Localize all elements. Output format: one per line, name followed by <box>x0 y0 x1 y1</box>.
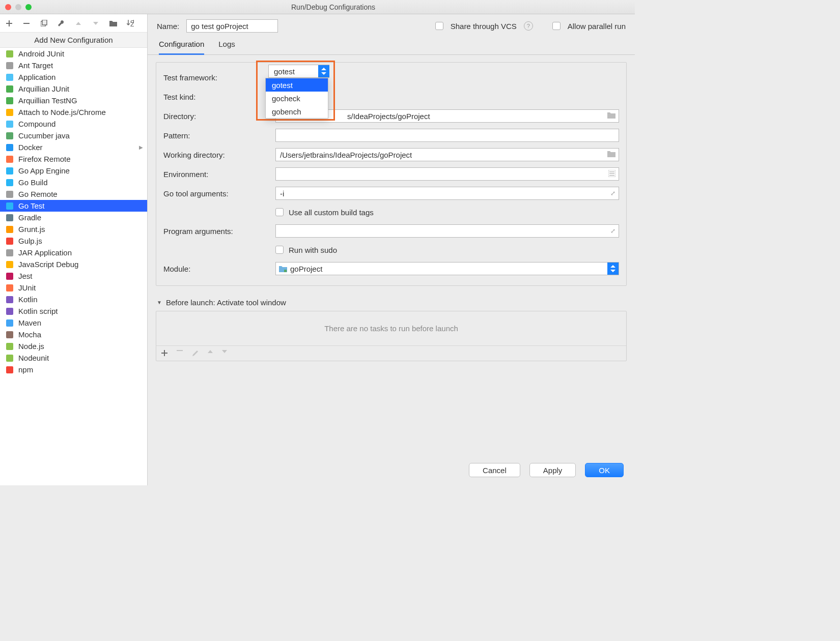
list-icon[interactable] <box>608 170 615 177</box>
sidebar-item[interactable]: Kotlin script <box>0 305 147 317</box>
tab-logs[interactable]: Logs <box>218 40 235 54</box>
sidebar-item[interactable]: Compound <box>0 118 147 130</box>
sidebar-item[interactable]: Cucumber java <box>0 130 147 141</box>
sidebar-item[interactable]: Go Build <box>0 177 147 188</box>
browse-icon[interactable] <box>607 151 615 157</box>
dropdown-option-gocheck[interactable]: gocheck <box>266 92 328 105</box>
add-icon[interactable] <box>5 19 13 27</box>
config-type-icon <box>5 202 14 210</box>
sidebar-item[interactable]: Ant Target <box>0 60 147 71</box>
copy-icon[interactable] <box>40 19 48 27</box>
config-type-icon <box>5 73 14 81</box>
name-label: Name: <box>157 22 179 31</box>
down-task-icon <box>222 350 227 357</box>
svg-rect-39 <box>284 270 287 272</box>
svg-rect-28 <box>6 296 13 303</box>
pattern-input[interactable] <box>275 129 619 142</box>
module-label: Module: <box>163 265 275 273</box>
svg-rect-7 <box>6 50 13 57</box>
sidebar-item[interactable]: JavaScript Debug <box>0 258 147 270</box>
sidebar-item[interactable]: JAR Application <box>0 247 147 258</box>
sidebar-item[interactable]: Docker▶ <box>0 141 147 153</box>
config-type-icon <box>5 108 14 116</box>
folder-icon[interactable] <box>109 19 117 27</box>
svg-rect-14 <box>6 132 13 139</box>
sidebar-item-label: JavaScript Debug <box>18 260 78 269</box>
sidebar-item[interactable]: Gradle <box>0 212 147 223</box>
sidebar-item-label: Android JUnit <box>18 49 64 58</box>
sidebar-item[interactable]: Go Test <box>0 200 147 212</box>
expand-icon[interactable]: ⤢ <box>610 190 615 197</box>
sidebar-item-label: Go App Engine <box>18 166 70 175</box>
chevron-right-icon: ▶ <box>139 144 143 150</box>
sidebar-item[interactable]: Arquillian JUnit <box>0 83 147 95</box>
add-task-icon[interactable] <box>161 350 167 357</box>
config-type-icon <box>5 85 14 93</box>
configuration-type-list[interactable]: Android JUnitAnt TargetApplicationArquil… <box>0 48 147 485</box>
wrench-icon[interactable] <box>57 19 65 27</box>
sidebar-item[interactable]: Firefox Remote <box>0 153 147 165</box>
config-type-icon <box>5 155 14 163</box>
sidebar-item[interactable]: npm <box>0 364 147 375</box>
expand-icon[interactable]: ⤢ <box>610 227 615 235</box>
sidebar-item[interactable]: Maven <box>0 317 147 329</box>
sidebar-item[interactable]: Arquillian TestNG <box>0 95 147 106</box>
use-tags-checkbox[interactable] <box>275 208 284 216</box>
help-icon[interactable]: ? <box>524 21 533 31</box>
test-framework-select[interactable]: gotest <box>268 65 329 78</box>
sidebar-item-label: Gulp.js <box>18 237 42 245</box>
chevron-down-icon: ▼ <box>157 300 162 305</box>
sidebar-item-label: Jest <box>18 272 33 280</box>
sidebar-item[interactable]: Kotlin <box>0 294 147 305</box>
sidebar-item[interactable]: Go App Engine <box>0 165 147 177</box>
browse-icon[interactable] <box>607 112 615 119</box>
close-window-icon[interactable] <box>5 4 11 10</box>
share-vcs-label: Share through VCS <box>451 22 517 31</box>
ok-button[interactable]: OK <box>585 463 624 477</box>
svg-rect-32 <box>6 343 13 350</box>
environment-input[interactable] <box>275 167 619 181</box>
name-input[interactable] <box>186 19 278 33</box>
sidebar-item[interactable]: Grunt.js <box>0 223 147 235</box>
working-dir-label: Working directory: <box>163 151 275 159</box>
svg-rect-9 <box>6 74 13 81</box>
sidebar-item[interactable]: Nodeunit <box>0 352 147 364</box>
go-args-input[interactable]: -i ⤢ <box>275 187 619 200</box>
sidebar-item[interactable]: Application <box>0 71 147 83</box>
sort-icon[interactable]: az <box>126 19 134 27</box>
share-vcs-checkbox[interactable] <box>435 22 443 30</box>
remove-icon[interactable] <box>22 19 31 27</box>
down-icon <box>92 19 100 27</box>
cancel-button[interactable]: Cancel <box>469 463 520 477</box>
sidebar-item-label: Arquillian TestNG <box>18 96 77 105</box>
sidebar-item[interactable]: Mocha <box>0 329 147 340</box>
tab-configuration[interactable]: Configuration <box>159 40 204 55</box>
sidebar-item[interactable]: JUnit <box>0 282 147 294</box>
before-launch-header[interactable]: ▼ Before launch: Activate tool window <box>156 297 627 311</box>
sidebar-item[interactable]: Go Remote <box>0 188 147 200</box>
sidebar-item-label: Grunt.js <box>18 225 45 234</box>
svg-rect-29 <box>6 308 13 315</box>
allow-parallel-checkbox[interactable] <box>552 22 561 30</box>
working-dir-input[interactable]: /Users/jetbrains/IdeaProjects/goProject <box>275 148 619 161</box>
sidebar-item[interactable]: Attach to Node.js/Chrome <box>0 106 147 118</box>
svg-rect-10 <box>6 85 13 93</box>
program-args-input[interactable]: ⤢ <box>275 224 619 238</box>
sidebar-item[interactable]: Android JUnit <box>0 48 147 60</box>
config-type-icon <box>5 120 14 128</box>
config-type-icon <box>5 260 14 269</box>
run-sudo-checkbox[interactable] <box>275 246 284 254</box>
apply-button[interactable]: Apply <box>529 463 576 477</box>
svg-rect-27 <box>6 284 13 292</box>
sidebar-item[interactable]: Gulp.js <box>0 235 147 247</box>
test-framework-dropdown[interactable]: gotest gocheck gobench <box>265 78 328 119</box>
dropdown-option-gotest[interactable]: gotest <box>266 78 328 92</box>
module-select[interactable]: goProject <box>275 262 619 275</box>
svg-rect-42 <box>177 350 183 351</box>
sidebar-item[interactable]: Jest <box>0 270 147 282</box>
dropdown-option-gobench[interactable]: gobench <box>266 105 328 118</box>
sidebar-item[interactable]: Node.js <box>0 340 147 352</box>
maximize-window-icon[interactable] <box>25 4 32 10</box>
svg-rect-19 <box>6 191 13 198</box>
title-bar: Run/Debug Configurations <box>0 0 635 14</box>
